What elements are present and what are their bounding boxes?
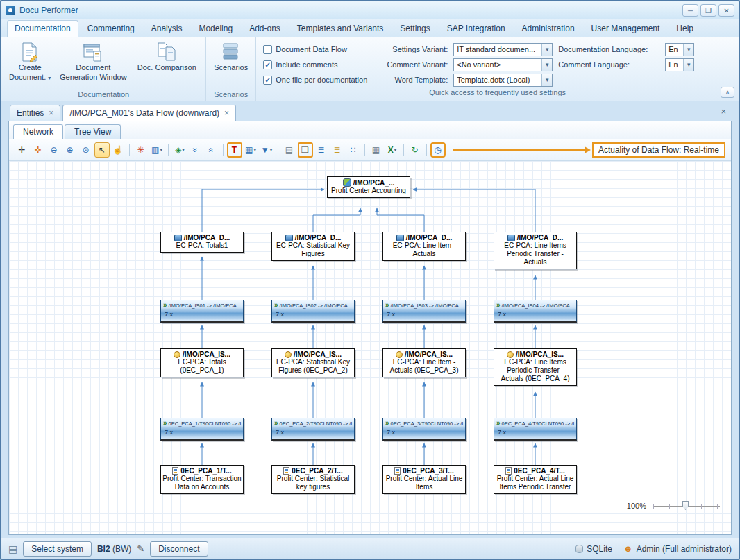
table-view-icon[interactable]: ▦▾ bbox=[243, 142, 258, 158]
view-tab-bar: Network Tree View bbox=[9, 121, 731, 139]
tab-administration[interactable]: Administration bbox=[514, 20, 582, 37]
publish-icon[interactable]: ≣ bbox=[314, 142, 329, 158]
chevron-down-icon[interactable] bbox=[541, 59, 552, 71]
documentation-language-label: Documentation Language: bbox=[558, 45, 659, 53]
tab-sap-integration[interactable]: SAP Integration bbox=[439, 20, 513, 37]
tab-entities[interactable]: Entities × bbox=[10, 105, 60, 121]
layout-tree-icon[interactable]: ▥▾ bbox=[149, 142, 165, 158]
disconnect-button[interactable]: Disconnect bbox=[150, 541, 208, 557]
tab-tree-view[interactable]: Tree View bbox=[65, 124, 121, 139]
tab-network[interactable]: Network bbox=[13, 124, 63, 139]
database-indicator[interactable]: SQLite bbox=[575, 544, 612, 554]
select-tool-icon[interactable]: ↖ bbox=[94, 142, 110, 158]
close-icon[interactable]: × bbox=[49, 110, 53, 117]
tab-help[interactable]: Help bbox=[668, 20, 701, 37]
close-icon[interactable]: × bbox=[224, 110, 229, 117]
text-tool-icon[interactable]: T bbox=[227, 142, 242, 158]
document-generation-window-button[interactable]: Document Generation Window bbox=[54, 40, 132, 84]
transformation-node[interactable]: /IMO/PCA_IS04 -> /IMO/PCA... 7.x bbox=[494, 300, 577, 323]
minimize-button[interactable]: ─ bbox=[682, 4, 698, 17]
tab-templates-and-variants[interactable]: Templates and Variants bbox=[289, 20, 392, 37]
datastore-node[interactable]: /IMO/PCA_D... EC-PCA: Statistical Key Fi… bbox=[271, 232, 355, 261]
fit-view-icon[interactable]: ✛ bbox=[15, 142, 30, 158]
create-document-button[interactable]: Create Document. ▾ bbox=[6, 40, 54, 85]
comment-variant-select[interactable]: <No variant> bbox=[453, 58, 553, 71]
edit-connection-icon[interactable] bbox=[137, 543, 144, 554]
datasource-node[interactable]: 0EC_PCA_3/T... Profit Center: Actual Lin… bbox=[382, 465, 466, 494]
layers-icon[interactable]: ≣ bbox=[330, 142, 345, 158]
checkbox-include-comments[interactable]: ✔ Include comments bbox=[263, 60, 374, 69]
actuality-clock-icon[interactable]: ◷ bbox=[430, 142, 446, 158]
diagram-canvas[interactable]: /IMO/PCA_... Profit Center Accounting /I… bbox=[9, 161, 731, 534]
user-indicator[interactable]: Admin (Full administrator) bbox=[623, 543, 732, 554]
infosource-node[interactable]: /IMO/PCA_IS... EC-PCA: Line Items Period… bbox=[494, 348, 577, 386]
print-icon[interactable]: ▤ bbox=[282, 142, 297, 158]
tab-user-management[interactable]: User Management bbox=[584, 20, 668, 37]
doc-comparison-button[interactable]: Doc. Comparison bbox=[132, 40, 201, 74]
transformation-node[interactable]: 0EC_PCA_1/T90CLNT090 -> /I... 7.x bbox=[160, 418, 244, 441]
data-grid-icon[interactable]: ▦ bbox=[369, 142, 384, 158]
tab-analysis[interactable]: Analysis bbox=[144, 20, 190, 37]
infosource-node[interactable]: /IMO/PCA_IS... EC-PCA: Statistical Key F… bbox=[271, 348, 355, 377]
zoom-in-icon[interactable]: ⊕ bbox=[62, 142, 78, 158]
close-document-icon[interactable]: × bbox=[716, 105, 730, 118]
refresh-icon[interactable]: ↻ bbox=[407, 142, 423, 158]
tab-documentation[interactable]: Documentation bbox=[7, 20, 78, 37]
filter-icon[interactable]: ▼▾ bbox=[259, 142, 274, 158]
transformation-node[interactable]: /IMO/PCA_IS02 -> /IMO/PCA... 7.x bbox=[271, 300, 355, 323]
comment-language-select[interactable]: En bbox=[665, 58, 694, 71]
zoom-100-icon[interactable]: ⊙ bbox=[78, 142, 94, 158]
datastore-node[interactable]: /IMO/PCA_D... EC-PCA: Line Items Periodi… bbox=[494, 232, 577, 269]
related-objects-icon[interactable]: ∷ bbox=[346, 142, 361, 158]
zoom-out-icon[interactable]: ⊖ bbox=[47, 142, 62, 158]
transformation-node[interactable]: /IMO/PCA_IS01 -> /IMO/PCA... 7.x bbox=[160, 300, 244, 323]
tab-modeling[interactable]: Modeling bbox=[191, 20, 240, 37]
collapse-levels-icon[interactable]: » bbox=[188, 142, 203, 158]
chevron-down-icon[interactable] bbox=[541, 74, 552, 86]
window-title: Docu Performer bbox=[19, 6, 78, 15]
actuality-label: Actuality of Data Flow: Real-time bbox=[592, 142, 725, 158]
zoom-slider-thumb[interactable] bbox=[682, 501, 689, 510]
settings-variant-select[interactable]: IT standard documen... bbox=[453, 43, 553, 56]
datasource-node[interactable]: 0EC_PCA_1/T... Profit Center: Transactio… bbox=[160, 465, 244, 494]
export-document-icon[interactable]: ❏ bbox=[298, 142, 313, 158]
layout-radial-icon[interactable]: ✳ bbox=[133, 142, 149, 158]
chevron-down-icon[interactable] bbox=[683, 44, 693, 56]
chevron-down-icon[interactable] bbox=[541, 44, 552, 56]
expand-levels-icon[interactable]: « bbox=[204, 142, 219, 158]
datasource-icon bbox=[172, 467, 178, 475]
scenarios-button[interactable]: Scenarios bbox=[210, 40, 251, 74]
datasource-node[interactable]: 0EC_PCA_2/T... Profit Center: Statistica… bbox=[271, 465, 355, 494]
chevron-down-icon[interactable] bbox=[683, 59, 693, 71]
tab-data-flow[interactable]: /IMO/PCA_M01's Data Flow (downward) × bbox=[62, 105, 236, 121]
navigate-icon[interactable]: ◈▾ bbox=[172, 142, 187, 158]
close-button[interactable]: ✕ bbox=[718, 4, 734, 17]
pan-tool-icon[interactable]: ☝ bbox=[110, 142, 126, 158]
select-system-button[interactable]: Select system bbox=[23, 541, 92, 557]
transformation-node[interactable]: 0EC_PCA_3/T90CLNT090 -> /I... 7.x bbox=[382, 418, 466, 441]
group-label-scenarios: Scenarios bbox=[206, 90, 255, 101]
infosource-node[interactable]: /IMO/PCA_IS... EC-PCA: Totals (0EC_PCA_1… bbox=[160, 348, 244, 377]
word-template-select[interactable]: Template.dotx (Local) bbox=[453, 74, 553, 87]
zoom-slider[interactable] bbox=[653, 501, 720, 510]
datastore-node[interactable]: /IMO/PCA_D... EC-PCA: Line Item - Actual… bbox=[382, 232, 466, 261]
maximize-button[interactable]: ❐ bbox=[700, 4, 716, 17]
datasource-node[interactable]: 0EC_PCA_4/T... Profit Center: Actual Lin… bbox=[494, 465, 577, 494]
transformation-node[interactable]: 0EC_PCA_2/T90CLNT090 -> /I... 7.x bbox=[271, 418, 355, 441]
title-bar: Docu Performer ─❐✕ bbox=[1, 1, 739, 19]
checkbox-one-file-per-documentation[interactable]: ✔ One file per documentation bbox=[263, 76, 374, 85]
tab-settings[interactable]: Settings bbox=[392, 20, 437, 37]
transformation-node[interactable]: /IMO/PCA_IS03 -> /IMO/PCA... 7.x bbox=[382, 300, 466, 323]
infosource-node[interactable]: /IMO/PCA_IS... EC-PCA: Line Item - Actua… bbox=[382, 348, 466, 377]
checkbox-document-data-flow[interactable]: Document Data Flow bbox=[263, 45, 374, 54]
zoom-area-icon[interactable]: ✜ bbox=[31, 142, 46, 158]
datastore-node[interactable]: /IMO/PCA_D... EC-PCA: Totals1 bbox=[160, 232, 244, 253]
excel-export-icon[interactable]: X▾ bbox=[385, 142, 400, 158]
tab-commenting[interactable]: Commenting bbox=[80, 20, 142, 37]
status-bar: Select system BI2 (BW) Disconnect SQLite… bbox=[1, 538, 739, 559]
tab-add-ons[interactable]: Add-ons bbox=[242, 20, 288, 37]
collapse-ribbon-button[interactable]: ∧ bbox=[721, 87, 734, 98]
transformation-node[interactable]: 0EC_PCA_4/T90CLNT090 -> /I... 7.x bbox=[494, 418, 577, 441]
annotation-arrow bbox=[453, 149, 589, 151]
documentation-language-select[interactable]: En bbox=[665, 43, 694, 56]
